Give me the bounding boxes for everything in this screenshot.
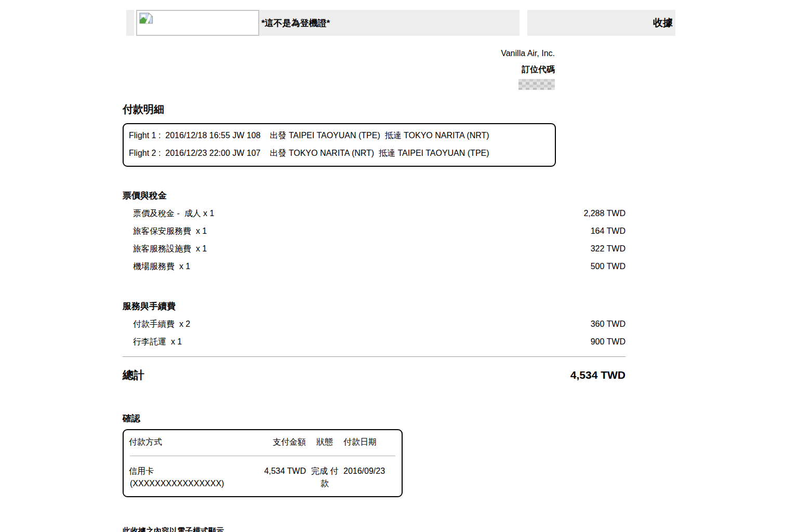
- header-gap-2: [520, 10, 527, 36]
- payment-method-type: 信用卡: [129, 467, 154, 475]
- fare-row: 機場服務費 x 1 500 TWD: [123, 258, 626, 275]
- services-rows: 付款手續費 x 2 360 TWD 行李託運 x 1 900 TWD: [123, 315, 626, 351]
- fare-row: 票價及稅金 - 成人 x 1 2,288 TWD: [123, 205, 626, 222]
- confirmation-data-row: 信用卡 (XXXXXXXXXXXXXXXX) 4,534 TWD 完成 付款 2…: [129, 465, 396, 490]
- booking-code-redacted: [518, 79, 555, 90]
- logo-image-placeholder: [136, 10, 259, 36]
- service-row: 行李託運 x 1 900 TWD: [123, 333, 626, 351]
- broken-image-icon: [139, 12, 153, 24]
- total-divider: [123, 356, 626, 357]
- not-boarding-pass-notice: *這不是為登機證*: [259, 10, 520, 36]
- service-label: 付款手續費 x 2: [133, 319, 190, 330]
- fares-section-title: 票價與稅金: [123, 191, 798, 201]
- flight-summary-box: Flight 1 : 2016/12/18 16:55 JW 108 出發 TA…: [123, 123, 556, 167]
- fare-row: 旅客保安服務費 x 1 164 TWD: [123, 222, 626, 240]
- fare-amount: 164 TWD: [591, 227, 626, 236]
- total-amount: 4,534 TWD: [570, 369, 626, 381]
- col-status: 狀態: [310, 436, 339, 448]
- total-row: 總計 4,534 TWD: [123, 369, 626, 381]
- col-payment-date: 付款日期: [343, 436, 396, 448]
- service-label: 行李託運 x 1: [133, 337, 182, 348]
- fare-label: 機場服務費 x 1: [133, 261, 190, 272]
- fare-label: 票價及稅金 - 成人 x 1: [133, 208, 214, 219]
- flight-1-line: Flight 1 : 2016/12/18 16:55 JW 108 出發 TA…: [129, 127, 552, 144]
- issuer-block: Vanilla Air, Inc. 訂位代碼: [123, 45, 555, 92]
- fare-label: 旅客保安服務費 x 1: [133, 226, 207, 237]
- fare-amount: 500 TWD: [591, 262, 626, 271]
- payment-status-value: 完成 付款: [310, 465, 339, 490]
- confirmation-title: 確認: [123, 414, 798, 423]
- fare-row: 旅客服務設施費 x 1 322 TWD: [123, 240, 626, 258]
- receipt-title: 收據: [527, 10, 675, 36]
- fares-rows: 票價及稅金 - 成人 x 1 2,288 TWD 旅客保安服務費 x 1 164…: [123, 205, 626, 275]
- confirmation-box: 付款方式 支付金額 狀態 付款日期 信用卡 (XXXXXXXXXXXXXXXX)…: [123, 429, 403, 497]
- confirmation-header-row: 付款方式 支付金額 狀態 付款日期: [129, 436, 396, 448]
- total-label: 總計: [123, 369, 144, 381]
- fare-label: 旅客服務設施費 x 1: [133, 244, 207, 255]
- fare-amount: 2,288 TWD: [583, 209, 626, 218]
- service-row: 付款手續費 x 2 360 TWD: [123, 315, 626, 333]
- service-amount: 360 TWD: [591, 320, 626, 329]
- col-amount-paid: 支付金額: [256, 436, 306, 448]
- fare-amount: 322 TWD: [591, 244, 626, 254]
- booking-code-label: 訂位代碼: [123, 61, 555, 77]
- col-payment-method: 付款方式: [129, 436, 251, 448]
- payment-details-title: 付款明細: [123, 103, 798, 115]
- payment-method-value: 信用卡 (XXXXXXXXXXXXXXXX): [129, 465, 251, 490]
- confirmation-header-divider: [130, 456, 395, 456]
- payment-date-value: 2016/09/23: [343, 465, 396, 490]
- service-amount: 900 TWD: [591, 337, 626, 347]
- flight-2-line: Flight 2 : 2016/12/23 22:00 JW 107 出發 TO…: [129, 144, 552, 162]
- payment-card-number-masked: (XXXXXXXXXXXXXXXX): [129, 479, 224, 488]
- header-left-strip: [126, 10, 134, 36]
- electronic-receipt-note: 此收據之內容以電子模式顯示.: [123, 526, 798, 532]
- payment-amount-value: 4,534 TWD: [256, 465, 306, 490]
- header-bar: *這不是為登機證* 收據: [126, 10, 675, 36]
- services-section-title: 服務與手續費: [123, 301, 798, 311]
- company-name: Vanilla Air, Inc.: [123, 45, 555, 61]
